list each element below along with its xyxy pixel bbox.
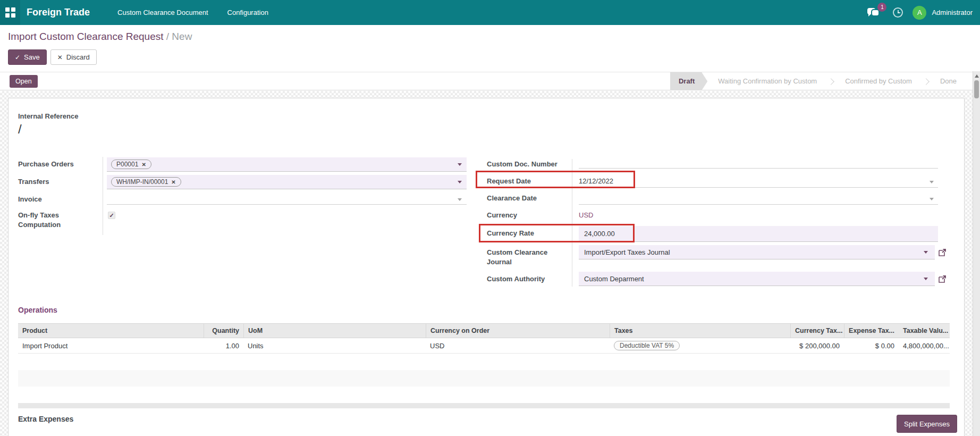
transfers-label: Transfers [18, 178, 49, 186]
request-date-dropdown-caret[interactable] [930, 181, 934, 183]
request-date-annotation-box [476, 171, 635, 188]
clearance-date-field[interactable] [579, 204, 938, 205]
apps-menu-button[interactable] [0, 0, 20, 25]
col-currency-tax[interactable]: Currency Tax... [790, 324, 844, 338]
authority-field[interactable]: Custom Deparment [579, 272, 935, 286]
status-steps: Draft Waiting Confirmation by Custom Con… [670, 72, 967, 90]
discard-button[interactable]: ✕ Discard [50, 49, 97, 65]
step-confirmed[interactable]: Confirmed by Custom [834, 72, 923, 90]
form-sheet: Internal Reference / Purchase Orders P00… [8, 98, 965, 436]
internal-reference-value: / [18, 122, 22, 137]
user-name: Administrator [932, 9, 973, 16]
tag-remove-icon[interactable]: ✕ [171, 179, 175, 185]
authority-external-link-icon[interactable] [938, 275, 947, 283]
breadcrumb-current: New [172, 31, 192, 42]
operations-table-header: Product Quantity UoM Currency on Order T… [18, 324, 950, 338]
menu-configuration[interactable]: Configuration [218, 0, 278, 25]
split-expenses-button[interactable]: Split Expenses [897, 415, 957, 433]
transfer-tag[interactable]: WH/IMP-IN/00001 ✕ [111, 177, 181, 187]
menu-custom-clearance-document[interactable]: Custom Clearance Document [108, 0, 218, 25]
col-taxes[interactable]: Taxes [610, 324, 790, 338]
cell-taxable-value: 4,800,000,00... [899, 342, 950, 350]
form-statusbar: Open Draft Waiting Confirmation by Custo… [0, 72, 973, 90]
purchase-orders-field[interactable]: P00001 ✕ [107, 157, 467, 172]
extra-expenses-section-title: Extra Expenses [18, 415, 73, 423]
onfly-taxes-label-line2: Computation [18, 221, 61, 229]
scrollbar-thumb[interactable] [974, 80, 979, 98]
empty-table-row [18, 370, 950, 387]
custom-doc-number-field[interactable] [579, 168, 938, 169]
breadcrumb-parent-link[interactable]: Import Custom Clearance Request [8, 31, 164, 42]
journal-dropdown-caret[interactable] [924, 251, 928, 254]
checkbox-check-icon: ✓ [109, 212, 114, 219]
currency-label: Currency [487, 211, 517, 219]
check-icon: ✓ [15, 54, 20, 61]
chevron-right-icon [923, 78, 930, 85]
journal-external-link-icon[interactable] [938, 248, 947, 257]
save-button[interactable]: ✓ Save [8, 49, 47, 65]
currency-value-link[interactable]: USD [579, 211, 593, 219]
user-menu[interactable]: A Administrator [913, 6, 973, 20]
cell-quantity: 1.00 [204, 342, 243, 350]
operations-table-row[interactable]: Import Product 1.00 Units USD Deductible… [18, 338, 950, 354]
journal-label-line2: Journal [487, 258, 512, 266]
x-icon: ✕ [57, 54, 63, 61]
cell-currency-tax: $ 200,000.00 [790, 342, 844, 350]
scrollbar-up-arrow[interactable] [975, 74, 979, 78]
journal-field[interactable]: Import/Export Taxes Journal [579, 245, 935, 259]
transfers-field[interactable]: WH/IMP-IN/00001 ✕ [107, 175, 467, 189]
journal-value: Import/Export Taxes Journal [584, 248, 670, 256]
step-done[interactable]: Done [930, 72, 967, 90]
cell-currency-on-order: USD [426, 342, 610, 350]
purchase-order-tag[interactable]: P00001 ✕ [111, 160, 151, 169]
cell-expense-tax: $ 0.00 [844, 342, 899, 350]
user-avatar: A [913, 6, 926, 20]
left-group-separator [103, 157, 103, 235]
activities-clock-icon[interactable] [893, 7, 903, 18]
messages-count-badge: 1 [877, 3, 886, 12]
tag-remove-icon[interactable]: ✕ [141, 162, 146, 167]
cell-uom: Units [243, 342, 426, 350]
open-button[interactable]: Open [10, 75, 38, 88]
chevron-right-icon [827, 78, 834, 85]
empty-table-row [18, 354, 950, 370]
custom-doc-number-label: Custom Doc. Number [487, 160, 557, 168]
clearance-date-label: Clearance Date [487, 194, 537, 202]
onfly-taxes-label: On-fly Taxes [18, 211, 59, 219]
onfly-taxes-checkbox[interactable]: ✓ [108, 212, 115, 219]
clearance-date-dropdown-caret[interactable] [930, 198, 934, 200]
cell-taxes: Deductible VAT 5% [610, 341, 790, 350]
col-expense-tax[interactable]: Expense Tax... [844, 324, 899, 338]
col-quantity[interactable]: Quantity [204, 324, 243, 338]
operations-section-title: Operations [18, 306, 57, 314]
transfers-dropdown-caret[interactable] [458, 181, 462, 183]
breadcrumb: Import Custom Clearance Request / NewNew [8, 31, 192, 43]
purchase-orders-label: Purchase Orders [18, 160, 74, 168]
messages-button[interactable]: 1 [867, 6, 883, 20]
authority-dropdown-caret[interactable] [924, 278, 928, 280]
col-uom[interactable]: UoM [243, 324, 426, 338]
col-currency-on-order[interactable]: Currency on Order [426, 324, 610, 338]
invoice-dropdown-caret[interactable] [458, 198, 462, 201]
top-navbar: Foreign Trade Custom Clearance Document … [0, 0, 980, 25]
tax-tag: Deductible VAT 5% [614, 341, 680, 350]
authority-label: Custom Authority [487, 275, 545, 283]
page-vertical-scrollbar[interactable] [973, 71, 980, 436]
internal-reference-label: Internal Reference [18, 112, 78, 120]
currency-rate-annotation-box [479, 224, 635, 242]
step-waiting-confirmation[interactable]: Waiting Confirmation by Custom [707, 72, 827, 90]
empty-table-row [18, 387, 950, 403]
purchase-orders-dropdown-caret[interactable] [458, 163, 462, 166]
col-product[interactable]: Product [18, 324, 204, 338]
app-title[interactable]: Foreign Trade [27, 7, 90, 18]
journal-label: Custom Clearance [487, 248, 547, 256]
form-background: Internal Reference / Purchase Orders P00… [0, 91, 973, 436]
table-horizontal-scrollbar[interactable] [18, 403, 950, 408]
invoice-label: Invoice [18, 195, 42, 203]
step-draft[interactable]: Draft [670, 72, 707, 90]
apps-grid-icon [5, 7, 15, 18]
authority-value: Custom Deparment [584, 275, 644, 283]
operations-table: Product Quantity UoM Currency on Order T… [18, 323, 950, 408]
invoice-field[interactable] [107, 204, 467, 205]
col-taxable-value[interactable]: Taxable Valu... [899, 324, 950, 338]
